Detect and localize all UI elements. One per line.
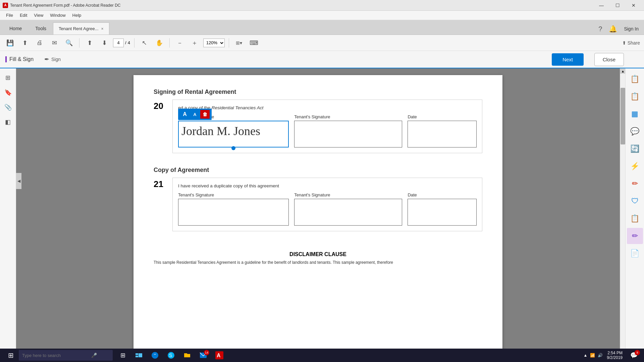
sidebar-pages-icon[interactable]: ⊞ xyxy=(3,72,13,83)
section20-sig2-box[interactable] xyxy=(294,121,402,147)
email-button[interactable]: ✉ xyxy=(48,37,60,49)
tab-home[interactable]: Home xyxy=(3,22,29,35)
close-button[interactable]: ✕ xyxy=(626,0,641,11)
tray-up-icon[interactable]: ▲ xyxy=(583,353,587,358)
resize-handle[interactable] xyxy=(231,146,235,150)
fill-sign-bar: Fill & Sign ✒ Sign Next Close xyxy=(0,51,644,68)
title-bar: A Tenant Rent Agreement Form.pdf - Adobe… xyxy=(0,0,644,11)
collapse-panel-button[interactable]: ◀ xyxy=(16,173,21,189)
section20-text: ed a copy of the Residential Tenancies A… xyxy=(178,105,477,110)
taskbar-app-edge[interactable] xyxy=(148,349,162,362)
sign-button-area[interactable]: ✒ Sign xyxy=(44,56,61,63)
right-tool-fillsign2[interactable]: ✏ xyxy=(627,228,643,244)
mail-badge: 14 xyxy=(204,350,209,355)
scroll-thumb[interactable] xyxy=(621,88,625,144)
protect-icon: 🛡 xyxy=(631,197,639,205)
menu-view[interactable]: View xyxy=(31,11,47,19)
restore-button[interactable]: ☐ xyxy=(610,0,625,11)
menu-window[interactable]: Window xyxy=(47,11,69,19)
network-icon[interactable]: 📶 xyxy=(590,353,595,358)
right-tool-enhance[interactable]: ⚡ xyxy=(627,158,643,174)
share-area: ⬆ Share xyxy=(622,40,640,46)
page-input[interactable]: 4 xyxy=(113,39,124,47)
search-box[interactable]: 🎤 xyxy=(19,350,113,361)
section21-sig2-col: Tenant's Signature xyxy=(291,192,405,226)
tab-close[interactable]: × xyxy=(101,26,104,31)
hand-tool[interactable]: ✋ xyxy=(153,37,165,49)
delete-button[interactable]: 🗑 xyxy=(200,110,210,119)
notification-button[interactable]: 💬 9 xyxy=(627,349,641,362)
scroll-up-button[interactable]: ▲ xyxy=(620,68,626,74)
sidebar-bookmarks-icon[interactable]: 🔖 xyxy=(3,87,13,98)
tab-document[interactable]: Tenant Rent Agree... × xyxy=(53,22,109,35)
close-fill-sign-button[interactable]: Close xyxy=(594,53,624,66)
share-button[interactable]: ⬆ Share xyxy=(622,40,640,46)
next-button[interactable]: Next xyxy=(552,53,584,66)
right-tool-review[interactable]: 📋 xyxy=(627,210,643,227)
menu-file[interactable]: File xyxy=(3,11,16,19)
section21-sig1-box[interactable] xyxy=(178,199,289,226)
text-format-toolbar: A A 🗑 xyxy=(178,109,212,120)
sidebar-layers-icon[interactable]: ◧ xyxy=(3,117,13,127)
zoom-out-button[interactable]: － xyxy=(174,37,186,49)
zoom-in-button[interactable]: ＋ xyxy=(189,37,201,49)
microphone-icon[interactable]: 🎤 xyxy=(91,353,97,358)
taskbar-app-acrobat[interactable]: A xyxy=(212,349,227,362)
help-icon[interactable]: ? xyxy=(598,25,602,33)
snap-button[interactable]: ⊞▾ xyxy=(233,37,245,49)
right-tool-edit[interactable]: ✏ xyxy=(627,176,643,192)
comment-icon: 💬 xyxy=(630,127,639,136)
sign-in-button[interactable]: Sign In xyxy=(624,26,639,32)
scroll-track[interactable] xyxy=(620,74,625,357)
taskbar-app-cards[interactable] xyxy=(131,349,146,362)
taskbar-app-mail[interactable]: 14 xyxy=(196,349,211,362)
section20-date-box[interactable] xyxy=(408,121,477,147)
time-date[interactable]: 2:54 PM 9/2/2019 xyxy=(607,351,623,360)
keyboard-button[interactable]: ⌨ xyxy=(248,37,260,49)
tab-document-label: Tenant Rent Agree... xyxy=(59,26,99,31)
upload-button[interactable]: ⬆ xyxy=(19,37,31,49)
font-large-button[interactable]: A xyxy=(180,110,190,119)
taskbar-app-skype[interactable]: S xyxy=(164,349,178,362)
sidebar-attachments-icon[interactable]: 📎 xyxy=(3,102,13,113)
section21-date-box[interactable] xyxy=(408,199,477,226)
menu-edit[interactable]: Edit xyxy=(16,11,31,19)
zoom-select[interactable]: 120% xyxy=(203,39,225,47)
tab-tools[interactable]: Tools xyxy=(29,22,53,35)
export-icon: 📋 xyxy=(630,92,639,101)
search-button[interactable]: 🔍 xyxy=(63,37,75,49)
taskbar-app-files[interactable] xyxy=(180,349,195,362)
section20-header: Signing of Rental Agreement xyxy=(154,88,482,96)
search-input[interactable] xyxy=(22,353,89,358)
menu-help[interactable]: Help xyxy=(69,11,85,19)
section20-date-label: Date xyxy=(408,114,477,119)
section21-sig2-box[interactable] xyxy=(294,199,402,226)
right-tool-organize[interactable]: ▦ xyxy=(627,106,643,122)
print-button[interactable]: 🖨 xyxy=(34,37,46,49)
font-small-button[interactable]: A xyxy=(190,110,200,119)
minimize-button[interactable]: — xyxy=(594,0,609,11)
app-icon: A xyxy=(3,3,8,8)
start-button[interactable]: ⊞ xyxy=(3,349,19,362)
select-tool[interactable]: ↖ xyxy=(139,37,151,49)
page-nav: 4 / 4 xyxy=(113,39,130,47)
right-tool-comment[interactable]: 💬 xyxy=(627,123,643,139)
save-button[interactable]: 💾 xyxy=(4,37,16,49)
bell-icon[interactable]: 🔔 xyxy=(609,25,617,33)
taskbar-right: ▲ 📶 🔊 2:54 PM 9/2/2019 💬 9 xyxy=(583,349,641,362)
right-tool-export[interactable]: 📋 xyxy=(627,88,643,105)
disclaimer-text: This sample Residential Tenancies Agreem… xyxy=(154,260,482,265)
fill-sign-label: Fill & Sign xyxy=(5,56,34,62)
taskbar-taskview[interactable]: ⊞ xyxy=(115,349,130,362)
scroll-bar: ▲ ▼ xyxy=(620,68,625,362)
page-up-button[interactable]: ⬆ xyxy=(84,37,96,49)
right-tool-convert[interactable]: 🔄 xyxy=(627,141,643,157)
section20-sig1-box[interactable]: Jordan M. Jones xyxy=(178,121,289,147)
right-tool-protect[interactable]: 🛡 xyxy=(627,193,643,209)
section20-date-col: Date xyxy=(405,114,477,147)
taskbar: ⊞ 🎤 ⊞ S 14 A ▲ 📶 🔊 2:54 xyxy=(0,349,644,362)
volume-icon[interactable]: 🔊 xyxy=(598,353,603,358)
right-tool-doc[interactable]: 📄 xyxy=(627,245,643,261)
right-tool-fill-sign[interactable]: 📋 xyxy=(627,71,643,87)
page-down-button[interactable]: ⬇ xyxy=(98,37,110,49)
